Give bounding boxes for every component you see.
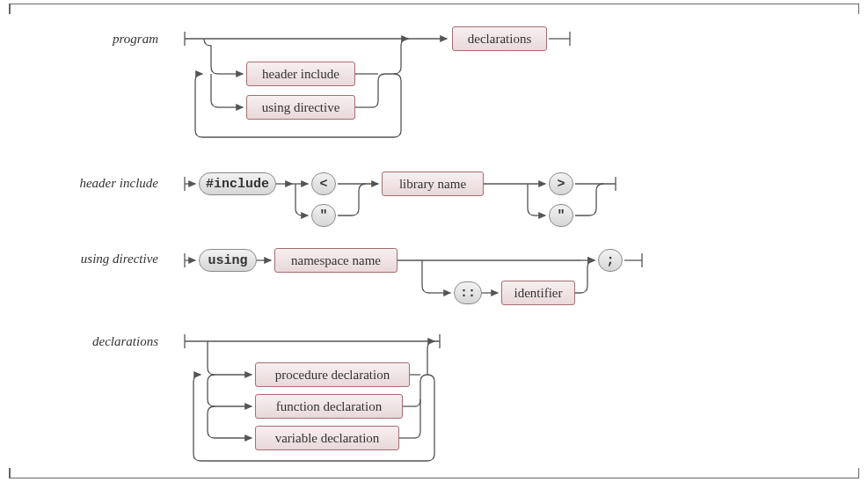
railroad-lines [0,0,868,482]
